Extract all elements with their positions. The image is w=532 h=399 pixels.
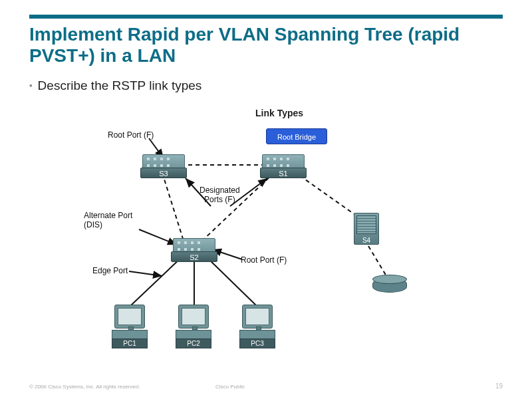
switch-s1: S1	[262, 154, 305, 178]
pc3: PC3	[239, 305, 275, 348]
switch-s4-label: S4	[354, 237, 379, 244]
switch-s1-label: S1	[260, 168, 307, 178]
pc1-label: PC1	[112, 338, 148, 348]
pc2: PC2	[176, 305, 211, 348]
svg-line-11	[139, 229, 177, 245]
svg-line-5	[130, 257, 182, 306]
footer: © 2006 Cisco Systems, Inc. All rights re…	[29, 384, 503, 390]
header-rule	[29, 15, 503, 19]
label-designated-ports: Designated Ports (F)	[200, 186, 240, 205]
switch-s4: S4	[354, 213, 379, 245]
footer-public: Cisco Public	[215, 384, 245, 390]
svg-line-13	[129, 271, 162, 276]
pc3-label: PC3	[239, 338, 275, 348]
label-root-port-bottom: Root Port (F)	[241, 255, 287, 265]
label-alternate-port: Alternate Port (DIS)	[84, 211, 132, 230]
pc2-label: PC2	[176, 338, 211, 348]
disk-icon	[372, 278, 407, 293]
label-edge-port: Edge Port	[92, 266, 128, 275]
slide-title: Implement Rapid per VLAN Spanning Tree (…	[29, 24, 503, 66]
svg-line-3	[294, 172, 362, 219]
diagram-area: Link Types Root Bridge S3 S1	[29, 106, 503, 359]
pc1: PC1	[112, 305, 148, 348]
label-root-port-top: Root Port (F)	[108, 130, 154, 140]
switch-s3-label: S3	[140, 168, 187, 178]
switch-s2-label: S2	[171, 251, 217, 262]
svg-line-2	[162, 173, 184, 241]
switch-s2: S2	[173, 238, 215, 262]
svg-line-1	[202, 173, 274, 241]
page-number: 19	[495, 382, 503, 390]
bullet-item: Describe the RSTP link types	[29, 78, 201, 93]
footer-copyright: © 2006 Cisco Systems, Inc. All rights re…	[29, 384, 140, 390]
switch-s3: S3	[142, 154, 185, 178]
